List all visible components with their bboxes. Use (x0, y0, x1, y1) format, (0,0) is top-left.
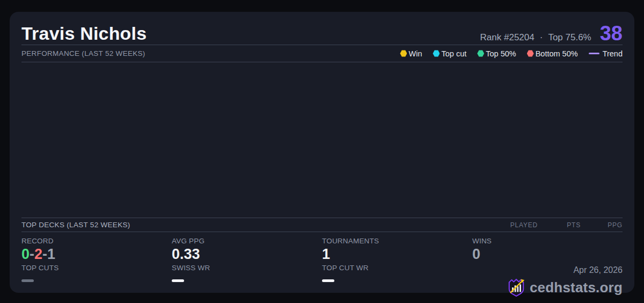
legend-label: Win (408, 49, 422, 58)
legend-label: Top cut (441, 49, 466, 58)
column-header-played: PLAYED (495, 221, 538, 229)
header-right: Rank #25204 · Top 75.6% 38 (480, 23, 623, 45)
bottom-50-dot-icon (527, 50, 534, 57)
top-50-dot-icon (477, 50, 484, 57)
top-decks-section-label: TOP DECKS (LAST 52 WEEKS) (21, 221, 130, 229)
top-cut-wr-empty-dash (322, 279, 334, 282)
stats-grid: RECORD 0-2-1 AVG PPG 0.33 TOURNAMENTS 1 … (21, 232, 623, 283)
trend-line-icon (589, 53, 599, 54)
win-dot-icon (400, 50, 407, 57)
player-stats-card: Travis Nichols Rank #25204 · Top 75.6% 3… (10, 12, 634, 293)
record-separator: - (30, 246, 34, 262)
stat-avg-ppg: AVG PPG 0.33 (172, 237, 322, 263)
page-title: Travis Nichols (21, 22, 147, 45)
stat-label-record: RECORD (21, 237, 172, 245)
cedhstats-logo-icon (507, 278, 525, 298)
top-cuts-empty-dash (21, 279, 34, 282)
footer-block: Apr 26, 2026 cedhstats.org (507, 265, 623, 298)
rank-line: Rank #25204 · Top 75.6% (480, 32, 591, 43)
stat-value-tournaments: 1 (322, 246, 472, 263)
legend-item-bottom-50: Bottom 50% (527, 49, 578, 58)
score-value: 38 (600, 23, 623, 44)
legend-item-trend: Trend (589, 49, 623, 58)
record-draws: 1 (47, 246, 55, 262)
stat-label-avg-ppg: AVG PPG (172, 237, 322, 245)
stat-label-swiss-wr: SWISS WR (172, 264, 322, 272)
stat-value-wins: 0 (472, 246, 623, 263)
legend-label: Trend (603, 49, 623, 58)
performance-section-label: PERFORMANCE (LAST 52 WEEKS) (21, 49, 145, 57)
stat-label-top-cuts: TOP CUTS (21, 264, 172, 272)
stat-record: RECORD 0-2-1 (21, 237, 172, 263)
stat-top-cuts: TOP CUTS (21, 264, 172, 282)
stat-label-wins: WINS (472, 237, 623, 245)
column-header-pts: PTS (538, 221, 581, 229)
performance-header-row: PERFORMANCE (LAST 52 WEEKS) Win Top cut … (21, 45, 623, 62)
stat-tournaments: TOURNAMENTS 1 (322, 237, 472, 263)
brand-name: cedhstats.org (530, 279, 623, 296)
top-decks-header-row: TOP DECKS (LAST 52 WEEKS) PLAYED PTS PPG (21, 218, 623, 232)
stat-top-cut-wr: TOP CUT WR (322, 264, 472, 282)
swiss-wr-empty-dash (172, 279, 184, 282)
legend-item-top-50: Top 50% (477, 49, 516, 58)
top-percent-text: Top 75.6% (548, 32, 591, 43)
record-wins: 0 (21, 246, 30, 262)
stat-label-top-cut-wr: TOP CUT WR (322, 264, 472, 272)
legend-item-win: Win (400, 49, 422, 58)
stat-value-avg-ppg: 0.33 (172, 246, 322, 263)
card-header: Travis Nichols Rank #25204 · Top 75.6% 3… (21, 12, 623, 45)
record-separator: - (42, 246, 47, 262)
stat-wins: WINS 0 (472, 237, 623, 263)
rank-separator: · (540, 32, 543, 43)
legend-label: Top 50% (486, 49, 516, 58)
performance-chart-area (21, 62, 623, 218)
top-cut-dot-icon (433, 50, 440, 57)
stat-label-tournaments: TOURNAMENTS (322, 237, 472, 245)
column-header-ppg: PPG (581, 221, 623, 229)
legend-label: Bottom 50% (536, 49, 578, 58)
top-decks-columns: PLAYED PTS PPG (495, 221, 623, 229)
report-date: Apr 26, 2026 (507, 265, 623, 275)
stat-value-record: 0-2-1 (21, 246, 172, 263)
rank-text: Rank #25204 (480, 32, 535, 43)
record-losses: 2 (34, 246, 42, 262)
chart-legend: Win Top cut Top 50% Bottom 50% Trend (400, 49, 623, 58)
legend-item-top-cut: Top cut (433, 49, 466, 58)
brand-row: cedhstats.org (507, 278, 623, 298)
stat-swiss-wr: SWISS WR (172, 264, 322, 282)
